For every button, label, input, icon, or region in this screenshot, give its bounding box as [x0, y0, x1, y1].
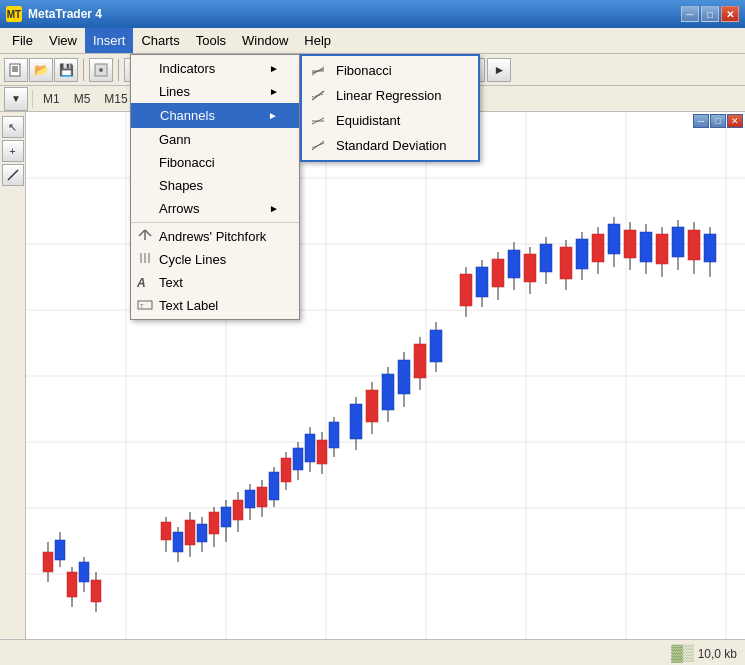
main-area: ↖ + ─ □ ✕ [0, 112, 745, 639]
svg-rect-108 [624, 230, 636, 258]
svg-rect-42 [79, 562, 89, 582]
svg-rect-54 [209, 512, 219, 534]
svg-rect-58 [233, 500, 243, 520]
channel-standard-deviation[interactable]: Standard Deviation [302, 133, 478, 158]
svg-rect-68 [293, 448, 303, 470]
toolbar-open-btn[interactable]: 📂 [29, 58, 53, 82]
insert-text[interactable]: A Text [131, 271, 299, 294]
svg-rect-70 [305, 434, 315, 462]
svg-rect-48 [173, 532, 183, 552]
tf-sep [32, 90, 33, 108]
svg-rect-50 [185, 520, 195, 545]
chart-close-btn[interactable]: ✕ [727, 114, 743, 128]
title-bar-title: MetaTrader 4 [28, 7, 102, 21]
menu-item-view[interactable]: View [41, 28, 85, 53]
toolbar-sep-2 [118, 59, 119, 81]
channel-linear-regression[interactable]: Linear Regression [302, 83, 478, 108]
minimize-button[interactable]: ─ [681, 6, 699, 22]
svg-rect-84 [414, 344, 426, 378]
svg-rect-78 [366, 390, 378, 422]
svg-rect-36 [43, 552, 53, 572]
svg-point-5 [99, 68, 103, 72]
svg-rect-94 [508, 250, 520, 278]
svg-rect-66 [281, 458, 291, 482]
insert-cycle-lines[interactable]: Cycle Lines [131, 248, 299, 271]
menu-bar: File View Insert Charts Tools Window Hel… [0, 28, 745, 54]
insert-channels[interactable]: Channels ► [131, 103, 299, 128]
insert-lines[interactable]: Lines ► [131, 80, 299, 103]
insert-gann[interactable]: Gann [131, 128, 299, 151]
status-size: 10,0 kb [698, 647, 737, 661]
tf-m5[interactable]: M5 [68, 90, 97, 108]
menu-item-insert[interactable]: Insert [85, 28, 134, 53]
svg-rect-76 [350, 404, 362, 439]
menu-item-window[interactable]: Window [234, 28, 296, 53]
svg-rect-88 [460, 274, 472, 306]
toolbar-new-btn[interactable] [4, 58, 28, 82]
insert-arrows[interactable]: Arrows ► [131, 197, 299, 220]
svg-line-120 [139, 230, 145, 236]
svg-rect-64 [269, 472, 279, 500]
svg-rect-92 [492, 259, 504, 287]
status-bar: ▓▒ 10,0 kb [0, 639, 745, 665]
insert-sep [131, 222, 299, 223]
svg-rect-102 [576, 239, 588, 269]
svg-rect-96 [524, 254, 536, 282]
channels-submenu: Fibonacci Linear Regression Equidistant … [300, 54, 480, 162]
svg-rect-82 [398, 360, 410, 394]
chart-maximize-btn[interactable]: □ [710, 114, 726, 128]
side-crosshair-btn[interactable]: + [2, 140, 24, 162]
insert-fibonacci[interactable]: Fibonacci [131, 151, 299, 174]
svg-line-121 [145, 230, 151, 236]
title-bar-left: MT MetaTrader 4 [6, 6, 102, 22]
toolbar-scroll-right-btn[interactable]: ► [487, 58, 511, 82]
toolbar-save-btn[interactable]: 💾 [54, 58, 78, 82]
side-cursor-btn[interactable]: ↖ [2, 116, 24, 138]
svg-rect-100 [560, 247, 572, 279]
channel-fibonacci[interactable]: Fibonacci [302, 58, 478, 83]
side-line-btn[interactable] [2, 164, 24, 186]
window-close-button[interactable]: ✕ [721, 6, 739, 22]
svg-rect-116 [688, 230, 700, 260]
tf-m1[interactable]: M1 [37, 90, 66, 108]
chart-minimize-btn[interactable]: ─ [693, 114, 709, 128]
svg-rect-38 [55, 540, 65, 560]
svg-rect-112 [656, 234, 668, 264]
status-right: ▓▒ 10,0 kb [671, 644, 737, 662]
tf-dropdown-btn[interactable]: ▼ [4, 87, 28, 111]
svg-rect-106 [608, 224, 620, 254]
insert-indicators[interactable]: Indicators ► [131, 57, 299, 80]
svg-rect-86 [430, 330, 442, 362]
svg-rect-118 [704, 234, 716, 262]
title-bar: MT MetaTrader 4 ─ □ ✕ [0, 0, 745, 28]
app-logo: MT [6, 6, 22, 22]
tf-m15[interactable]: M15 [98, 90, 133, 108]
side-toolbar: ↖ + [0, 112, 26, 639]
svg-rect-80 [382, 374, 394, 410]
svg-rect-98 [540, 244, 552, 272]
svg-rect-110 [640, 232, 652, 262]
insert-shapes[interactable]: Shapes [131, 174, 299, 197]
svg-rect-72 [317, 440, 327, 464]
svg-rect-74 [329, 422, 339, 448]
toolbar-left-group: 📂 💾 [4, 58, 78, 82]
menu-item-help[interactable]: Help [296, 28, 339, 53]
menu-item-tools[interactable]: Tools [188, 28, 234, 53]
toolbar-sep-1 [83, 59, 84, 81]
inner-window-bar: ─ □ ✕ [691, 112, 745, 130]
menu-item-file[interactable]: File [4, 28, 41, 53]
svg-rect-114 [672, 227, 684, 257]
svg-rect-0 [10, 64, 20, 76]
insert-menu: Indicators ► Lines ► Channels ► Gann Fib… [130, 54, 300, 320]
svg-rect-90 [476, 267, 488, 297]
toolbar-settings-btn[interactable] [89, 58, 113, 82]
channel-equidistant[interactable]: Equidistant [302, 108, 478, 133]
title-bar-controls: ─ □ ✕ [681, 6, 739, 22]
svg-rect-62 [257, 487, 267, 507]
menu-item-charts[interactable]: Charts [133, 28, 187, 53]
svg-text:T: T [140, 303, 144, 309]
svg-rect-52 [197, 524, 207, 542]
maximize-button[interactable]: □ [701, 6, 719, 22]
insert-text-label[interactable]: T Text Label [131, 294, 299, 317]
insert-andrews-pitchfork[interactable]: Andrews' Pitchfork [131, 225, 299, 248]
